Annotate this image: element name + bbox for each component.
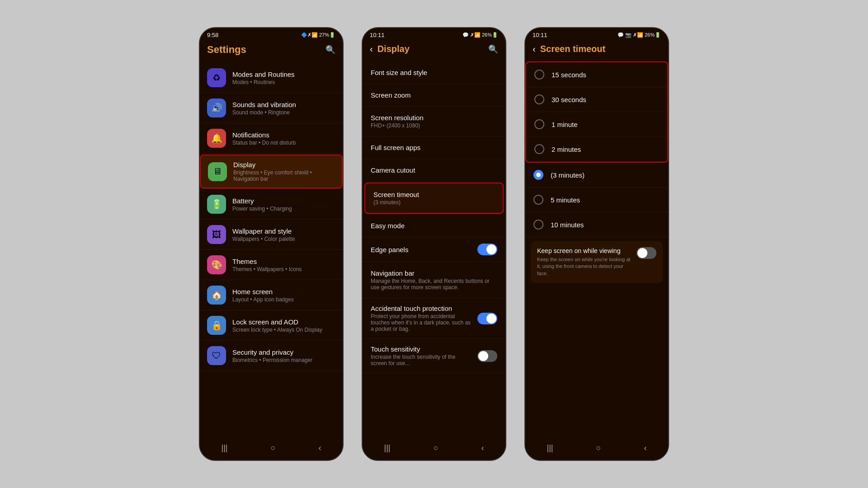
accidental-title: Accidental touch protection (371, 305, 473, 312)
settings-item-battery[interactable]: 🔋 Battery Power saving • Charging (200, 189, 343, 220)
radio-3min[interactable] (533, 170, 543, 180)
notifications-icon: 🔔 (207, 129, 226, 148)
nav-back-2[interactable]: ‹ (481, 443, 484, 453)
display-list: Font size and style Screen zoom Screen r… (363, 60, 505, 438)
keep-screen-sub: Keep the screen on while you're looking … (537, 256, 632, 277)
display-item-accidental[interactable]: Accidental touch protection Protect your… (363, 298, 505, 339)
sounds-icon: 🔊 (207, 99, 226, 117)
status-bar-3: 10:11 💬 📷 ✗📶 26%🔋 (525, 28, 668, 40)
nav-home-2[interactable]: ○ (434, 443, 439, 453)
label-3min: (3 minutes) (551, 171, 585, 179)
back-icon-display[interactable]: ‹ (370, 44, 373, 54)
display-item-touchsens[interactable]: Touch sensitivity Increase the touch sen… (363, 339, 505, 373)
timeout-page-title: Screen timeout (540, 44, 661, 54)
settings-item-modes[interactable]: ♻ Modes and Routines Modes • Routines (200, 63, 343, 93)
display-item-fullscreen[interactable]: Full screen apps (363, 136, 505, 159)
phone-display: 10:11 💬 ✗📶 26%🔋 ‹ Display 🔍 Font size an… (362, 27, 506, 461)
display-item-zoom[interactable]: Screen zoom (363, 84, 505, 107)
status-icons-2: 💬 ✗📶 26%🔋 (462, 32, 498, 38)
nav-recents-1[interactable]: ||| (222, 443, 228, 453)
accidental-sub: Protect your phone from accidental touch… (371, 313, 473, 332)
settings-item-themes[interactable]: 🎨 Themes Themes • Wallpapers • Icons (200, 250, 343, 280)
search-icon-1[interactable]: 🔍 (326, 45, 335, 55)
home-title: Home screen (232, 288, 335, 296)
display-item-timeout[interactable]: Screen timeout (3 minutes) (364, 183, 504, 214)
display-item-edgepanels[interactable]: Edge panels (363, 237, 505, 262)
cutout-title: Camera cutout (371, 166, 497, 174)
modes-title: Modes and Routines (232, 70, 335, 78)
accidental-toggle[interactable] (477, 313, 497, 324)
settings-item-lock[interactable]: 🔒 Lock screen and AOD Screen lock type •… (200, 310, 343, 341)
nav-back-3[interactable]: ‹ (644, 443, 646, 453)
radio-10min[interactable] (533, 220, 543, 230)
navbar-sub: Manage the Home, Back, and Recents butto… (371, 278, 497, 291)
settings-item-notifications[interactable]: 🔔 Notifications Status bar • Do not dist… (200, 123, 343, 154)
label-15sec: 15 seconds (552, 71, 586, 79)
keep-screen-toggle[interactable] (637, 247, 656, 259)
back-icon-timeout[interactable]: ‹ (533, 44, 536, 54)
nav-recents-3[interactable]: ||| (547, 443, 553, 453)
status-time-1: 9:58 (207, 32, 218, 38)
wallpaper-icon: 🖼 (207, 225, 226, 244)
status-time-3: 10:11 (533, 32, 547, 38)
label-1min: 1 minute (552, 121, 578, 128)
edgepanels-label: Edge panels (371, 246, 408, 253)
timeout-option-3min[interactable]: (3 minutes) (525, 163, 668, 188)
radio-5min[interactable] (533, 195, 543, 205)
display-item-navbar[interactable]: Navigation bar Manage the Home, Back, an… (363, 262, 505, 298)
radio-1min[interactable] (534, 119, 544, 129)
radio-2min[interactable] (534, 144, 544, 154)
display-item-easymode[interactable]: Easy mode (363, 215, 505, 237)
home-icon: 🏠 (207, 286, 226, 305)
timeout-option-1min[interactable]: 1 minute (526, 112, 667, 137)
radio-15sec[interactable] (534, 70, 544, 80)
display-item-font[interactable]: Font size and style (363, 61, 505, 84)
phone-settings: 9:58 🔷✗📶 27%🔋 Settings 🔍 ♻ Modes and Rou… (199, 27, 344, 461)
wallpaper-title: Wallpaper and style (232, 227, 335, 235)
touchsens-title: Touch sensitivity (371, 345, 473, 353)
display-sub: Brightness • Eye comfort shield • Naviga… (233, 169, 335, 182)
timeout-option-5min[interactable]: 5 minutes (525, 188, 668, 212)
display-title: Display (233, 161, 335, 169)
timeout-list: 15 seconds 30 seconds 1 minute 2 minutes… (525, 60, 668, 438)
battery-icon: 🔋 (207, 195, 226, 214)
status-time-2: 10:11 (370, 32, 385, 38)
display-item-cutout[interactable]: Camera cutout (363, 159, 505, 182)
edgepanels-toggle[interactable] (477, 244, 497, 255)
timeout-option-2min[interactable]: 2 minutes (526, 137, 667, 162)
touchsens-sub: Increase the touch sensitivity of the sc… (371, 354, 473, 366)
settings-title: Settings (207, 44, 246, 56)
notifications-sub: Status bar • Do not disturb (232, 140, 335, 146)
home-sub: Layout • App icon badges (232, 296, 335, 303)
nav-recents-2[interactable]: ||| (384, 443, 391, 453)
status-icons-3: 💬 📷 ✗📶 26%🔋 (618, 32, 661, 38)
touchsens-toggle[interactable] (477, 350, 497, 362)
nav-home-1[interactable]: ○ (271, 443, 276, 453)
search-icon-2[interactable]: 🔍 (488, 44, 498, 54)
radio-30sec[interactable] (534, 94, 544, 104)
themes-sub: Themes • Wallpapers • Icons (232, 266, 335, 272)
settings-item-wallpaper[interactable]: 🖼 Wallpaper and style Wallpapers • Color… (200, 220, 343, 250)
security-title: Security and privacy (232, 348, 335, 356)
modes-icon: ♻ (207, 68, 226, 87)
nav-home-3[interactable]: ○ (596, 443, 601, 453)
display-icon: 🖥 (208, 162, 227, 181)
nav-bar-1: ||| ○ ‹ (200, 438, 343, 460)
nav-bar-3: ||| ○ ‹ (525, 438, 668, 460)
settings-item-display[interactable]: 🖥 Display Brightness • Eye comfort shiel… (200, 155, 343, 188)
display-item-resolution[interactable]: Screen resolution FHD+ (2400 x 1080) (363, 107, 505, 136)
timeout-red-box: 15 seconds 30 seconds 1 minute 2 minutes (525, 61, 668, 163)
zoom-title: Screen zoom (371, 91, 497, 99)
nav-bar-2: ||| ○ ‹ (363, 438, 505, 460)
settings-item-home[interactable]: 🏠 Home screen Layout • App icon badges (200, 280, 343, 310)
settings-item-sounds[interactable]: 🔊 Sounds and vibration Sound mode • Ring… (200, 93, 343, 123)
timeout-option-15sec[interactable]: 15 seconds (526, 62, 667, 87)
timeout-option-10min[interactable]: 10 minutes (525, 212, 668, 237)
phone-timeout: 10:11 💬 📷 ✗📶 26%🔋 ‹ Screen timeout 15 se… (524, 27, 669, 461)
sounds-sub: Sound mode • Ringtone (232, 109, 335, 116)
security-icon: 🛡 (207, 346, 226, 365)
lock-title: Lock screen and AOD (232, 318, 335, 326)
settings-item-security[interactable]: 🛡 Security and privacy Biometrics • Perm… (200, 341, 343, 371)
nav-back-1[interactable]: ‹ (318, 443, 321, 453)
timeout-option-30sec[interactable]: 30 seconds (526, 87, 667, 112)
